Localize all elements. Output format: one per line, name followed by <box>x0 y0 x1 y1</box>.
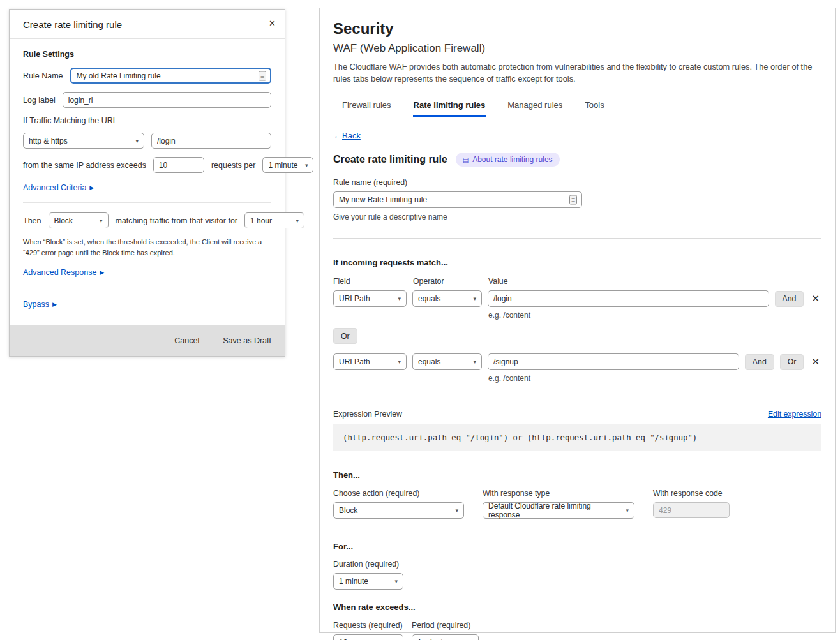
response-code-input <box>653 502 730 518</box>
save-as-draft-button[interactable]: Save as Draft <box>223 336 271 345</box>
modal-header: Create rate limiting rule ✕ <box>10 10 285 39</box>
remove-row-icon[interactable]: ✕ <box>809 293 821 304</box>
log-label-row: Log label <box>23 92 271 108</box>
caret-right-icon: ▶ <box>52 302 57 308</box>
or-button[interactable]: Or <box>780 354 804 370</box>
response-code-label: With response code <box>653 489 730 498</box>
rate-controls: 1 minute ▾ <box>333 634 821 640</box>
action-select[interactable]: Block ▾ <box>49 212 109 228</box>
rule-name-label: Rule name (required) <box>333 178 821 187</box>
then-heading: Then... <box>333 470 821 480</box>
and-button[interactable]: And <box>775 291 804 307</box>
tab-managed-rules[interactable]: Managed rules <box>507 97 563 117</box>
rate-labels: Requests (required) Period (required) <box>333 621 821 630</box>
remove-row-icon[interactable]: ✕ <box>809 356 821 368</box>
match-row: URI Path ▾ equals ▾ And ✕ <box>333 290 821 307</box>
duration-select[interactable]: 1 hour ▾ <box>244 212 304 228</box>
security-waf-panel: Security WAF (Web Application Firewall) … <box>319 8 836 633</box>
form-title-row: Create rate limiting rule ▤ About rate l… <box>333 153 821 167</box>
value-input[interactable] <box>488 353 739 370</box>
about-rate-limiting-badge[interactable]: ▤ About rate limiting rules <box>456 153 560 167</box>
modal-body: Rule Settings Rule Name ☰ Log label If T… <box>10 39 285 325</box>
or-connector-button[interactable]: Or <box>333 328 357 344</box>
log-label: Log label <box>23 96 56 105</box>
action-column: Choose action (required) Block ▾ <box>333 489 464 519</box>
advanced-criteria-link[interactable]: Advanced Criteria ▶ <box>23 183 94 192</box>
log-input-wrap <box>63 92 271 108</box>
requests-per-label: requests per <box>211 161 255 170</box>
rule-name-wrap: ☰ <box>70 68 271 84</box>
autofill-icon[interactable]: ☰ <box>569 195 577 205</box>
traffic-match-label: If Traffic Matching the URL <box>23 116 271 125</box>
expression-code: (http.request.uri.path eq "/login") or (… <box>333 424 821 451</box>
bypass-link[interactable]: Bypass ▶ <box>23 300 57 309</box>
url-match-row: http & https ▾ <box>23 133 271 149</box>
tab-tools[interactable]: Tools <box>584 97 604 117</box>
field-select[interactable]: URI Path ▾ <box>333 353 407 370</box>
page-subtitle: WAF (Web Application Firewall) <box>333 42 821 55</box>
requests-input[interactable] <box>333 634 403 640</box>
response-type-select[interactable]: Default Cloudflare rate limiting respons… <box>483 502 634 519</box>
response-code-column: With response code <box>653 489 730 519</box>
action-select[interactable]: Block ▾ <box>333 502 464 519</box>
operator-select[interactable]: equals ▾ <box>412 290 482 307</box>
choose-action-label: Choose action (required) <box>333 489 464 498</box>
rule-name-wrap: ☰ <box>333 191 582 208</box>
requests-input[interactable] <box>153 157 204 173</box>
threshold-row: from the same IP address exceeds request… <box>23 157 271 173</box>
advanced-response-link[interactable]: Advanced Response ▶ <box>23 268 104 277</box>
then-suffix-label: matching traffic from that visitor for <box>116 216 238 225</box>
close-icon[interactable]: ✕ <box>269 19 276 27</box>
chevron-down-icon: ▾ <box>473 295 476 302</box>
period-select[interactable]: 1 minute ▾ <box>412 634 479 640</box>
log-label-input[interactable] <box>63 92 271 108</box>
expression-preview-row: Expression Preview Edit expression <box>333 410 821 419</box>
then-label: Then <box>23 216 41 225</box>
autofill-icon[interactable]: ☰ <box>259 71 266 80</box>
chevron-down-icon: ▾ <box>135 138 139 144</box>
divider <box>333 238 821 239</box>
chevron-down-icon: ▾ <box>100 218 103 224</box>
operator-select[interactable]: equals ▾ <box>412 353 482 370</box>
rule-name-label: Rule Name <box>23 71 63 80</box>
field-column-label: Field <box>333 277 413 286</box>
tab-rate-limiting-rules[interactable]: Rate limiting rules <box>413 97 486 117</box>
period-label: Period (required) <box>412 621 470 630</box>
arrow-left-icon: ← <box>333 131 341 140</box>
chevron-down-icon: ▾ <box>394 578 398 584</box>
chevron-down-icon: ▾ <box>398 359 401 365</box>
then-controls-row: Choose action (required) Block ▾ With re… <box>333 489 821 519</box>
modal-title: Create rate limiting rule <box>23 19 122 30</box>
chevron-down-icon: ▾ <box>455 507 458 514</box>
duration-select[interactable]: 1 minute ▾ <box>333 573 403 590</box>
waf-tabs: Firewall rules Rate limiting rules Manag… <box>333 97 821 117</box>
duration-wrap: Duration (required) 1 minute ▾ <box>333 560 821 590</box>
value-input[interactable] <box>488 290 769 307</box>
rate-heading: When rate exceeds... <box>333 602 821 612</box>
expression-preview-label: Expression Preview <box>333 410 402 419</box>
response-type-column: With response type Default Cloudflare ra… <box>483 489 634 519</box>
rule-name-hint: Give your rule a descriptive name <box>333 212 821 221</box>
chevron-down-icon: ▾ <box>296 218 299 224</box>
rule-name-row: Rule Name ☰ <box>23 68 271 84</box>
or-connector-wrap: Or <box>333 328 821 344</box>
page-title: Security <box>333 20 821 38</box>
tab-firewall-rules[interactable]: Firewall rules <box>341 97 392 117</box>
scheme-select[interactable]: http & https ▾ <box>23 133 144 149</box>
url-input-wrap <box>151 133 271 149</box>
period-select[interactable]: 1 minute ▾ <box>262 157 313 173</box>
match-heading: If incoming requests match... <box>333 258 821 267</box>
cancel-button[interactable]: Cancel <box>174 336 199 345</box>
and-button[interactable]: And <box>745 354 774 370</box>
legacy-rate-limit-modal: Create rate limiting rule ✕ Rule Setting… <box>9 9 285 357</box>
edit-expression-link[interactable]: Edit expression <box>768 410 821 419</box>
url-input[interactable] <box>151 133 271 149</box>
then-row: Then Block ▾ matching traffic from that … <box>23 212 271 228</box>
caret-right-icon: ▶ <box>100 270 104 276</box>
chevron-down-icon: ▾ <box>626 507 629 514</box>
field-select[interactable]: URI Path ▾ <box>333 290 407 307</box>
bypass-section: Bypass ▶ <box>23 288 271 321</box>
rule-name-input[interactable] <box>70 68 271 84</box>
back-link[interactable]: ← Back <box>333 131 361 140</box>
rule-name-input[interactable] <box>333 191 582 208</box>
